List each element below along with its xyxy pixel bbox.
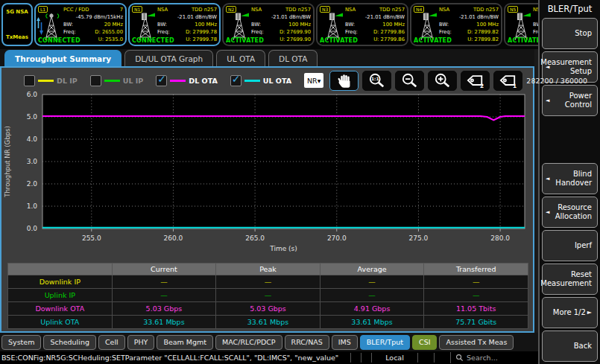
legend-label: DL IP	[57, 77, 78, 85]
svg-text:0.0: 0.0	[27, 225, 38, 232]
cell-freq-dl: Freq:D: 27699.90	[251, 28, 311, 36]
pan-hand-button[interactable]	[329, 71, 359, 91]
cell-freq-dl: Freq:D: 27799.86	[345, 28, 405, 36]
cell-status-L1[interactable]: L1PCC / FDD7-45.79 dBm/15kHzBW:20 MHzFre…	[34, 3, 127, 46]
marker-1-button[interactable]: 1	[493, 71, 522, 91]
softkey-spacer	[542, 118, 598, 163]
local-remote-indicator: Local	[371, 353, 417, 363]
legend-toggle-ul-ota[interactable]: ✓UL OTA	[230, 75, 291, 86]
bottom-tab-cell[interactable]: Cell	[98, 335, 125, 350]
zoom-out-button[interactable]	[395, 71, 424, 91]
mode-label: 5G NSA	[6, 9, 28, 15]
legend-toggle-dl-ota[interactable]: ✓DL OTA	[156, 75, 217, 86]
bottom-tab-csi[interactable]: CSI	[412, 335, 437, 350]
checkbox-checked[interactable]: ✓	[156, 75, 167, 86]
legend-label: UL IP	[123, 77, 144, 85]
cell-power: -21.01 dBm/BW	[251, 13, 311, 21]
softkey-reset-measurement[interactable]: Reset Measurement	[542, 264, 598, 295]
softkey-label: Power Control	[565, 92, 592, 109]
softkey-power-control[interactable]: ◄Power Control	[542, 85, 598, 116]
bottom-tab-bler-tput[interactable]: BLER/Tput	[360, 335, 410, 350]
technology-dropdown-value: NR	[307, 77, 318, 85]
cell-name: NSATDD n257	[345, 6, 405, 13]
checkbox-unchecked[interactable]	[24, 75, 35, 86]
search-input[interactable]: Search...	[450, 352, 538, 363]
bottom-tab-assisted-tx-meas[interactable]: Assisted Tx Meas	[439, 335, 514, 350]
softkey-resource-allocation[interactable]: ◄Resource Allocation	[542, 197, 598, 228]
checkbox-checked[interactable]: ✓	[230, 75, 241, 86]
throughput-table-head: CurrentPeakAverageTransferred	[8, 264, 528, 275]
svg-text:Time (s): Time (s)	[269, 245, 297, 252]
row-value: 33.61 Mbps	[320, 316, 424, 329]
cell-bandwidth: BW:20 MHz	[63, 21, 123, 28]
scpi-command-text: BSE:CONFig:NR5G:SCHeduling:SETParameter …	[0, 354, 350, 362]
softkey-label: More 1/2	[553, 308, 586, 317]
legend-toggle-dl-ip[interactable]: DL IP	[24, 75, 78, 86]
legend-toggle-ul-ip[interactable]: UL IP	[90, 75, 144, 86]
softkey-label: Blind Handover	[555, 170, 592, 188]
softkey-label: Resource Allocation	[555, 203, 592, 221]
bottom-tab-ims[interactable]: IMS	[332, 335, 358, 350]
svg-text:1: 1	[513, 83, 517, 89]
row-value: 75.71 Gbits	[424, 316, 528, 329]
softkey-back[interactable]: Back	[542, 331, 598, 362]
legend-label: DL OTA	[189, 77, 217, 85]
softkey-more-1-2[interactable]: More 1/2►	[542, 297, 598, 328]
table-header-cell	[8, 264, 113, 275]
cell-bandwidth: BW:100 MHz	[157, 21, 217, 28]
legend-line-swatch	[104, 80, 120, 82]
status-bar: BSE:CONFig:NR5G:SCHeduling:SETParameter …	[0, 351, 538, 364]
cell-name: NSATDD n257	[157, 6, 217, 13]
cell-status-strip: 5G NSA TxMeas L1PCC / FDD7-45.79 dBm/15k…	[0, 0, 538, 49]
cell-bandwidth: BW:100 MHz	[439, 21, 499, 28]
softkey-blind-handover[interactable]: ◄Blind Handover	[542, 163, 598, 194]
chevron-down-icon: ▼	[318, 78, 321, 83]
bottom-tab-mac-rlc-pdcp[interactable]: MAC/RLC/PDCP	[215, 335, 282, 350]
tab-ul-ota[interactable]: UL OTA	[216, 50, 265, 66]
cell-status-N4[interactable]: N4NSATDD n257-21.01 dBm/BWBW:100 MHzFreq…	[410, 3, 502, 46]
tab-throughput-summary[interactable]: Throughput Summary	[4, 50, 121, 66]
bottom-tab-phy[interactable]: PHY	[127, 335, 155, 350]
svg-text:275.0: 275.0	[409, 234, 429, 242]
cell-arrows-L1	[37, 16, 43, 39]
cell-bandwidth: BW:100 MHz	[533, 21, 538, 28]
cell-status-N2[interactable]: N2NSATDD n257-21.01 dBm/BWBW:100 MHzFreq…	[222, 3, 315, 46]
cell-connection-status: ACTIVATED	[320, 37, 358, 44]
submenu-arrow-icon: ◄	[546, 208, 549, 217]
technology-dropdown[interactable]: NR ▼	[304, 73, 323, 88]
cell-freq-dl: Freq:D: 27899.82	[439, 28, 499, 36]
svg-text:5.0: 5.0	[27, 113, 38, 121]
softkey-iperf[interactable]: Iperf	[542, 230, 598, 261]
cell-connection-status: CONNECTED	[38, 37, 80, 44]
bottom-tab-system[interactable]: System	[1, 335, 41, 350]
softkey-title: BLER/Tput	[542, 0, 598, 18]
bottom-tab-bar: SystemSchedulingCellPHYBeam MgmtMAC/RLC/…	[0, 333, 538, 351]
row-value: 11.05 Tbits	[424, 302, 528, 316]
bottom-tab-beam-mgmt[interactable]: Beam Mgmt	[157, 335, 213, 350]
bottom-tab-scheduling[interactable]: Scheduling	[43, 335, 96, 350]
zoom-1to1-button[interactable]: 1:1	[362, 71, 391, 91]
cell-power: -45.79 dBm/15kHz	[63, 13, 123, 21]
row-label: Downlink IP	[8, 275, 113, 289]
tab-dl-ota[interactable]: DL OTA	[268, 50, 318, 66]
softkey-sidebar: BLER/Tput Stop◄Measurement Setup◄Power C…	[538, 0, 600, 364]
checkbox-unchecked[interactable]	[90, 75, 101, 86]
softkey-stop[interactable]: Stop	[542, 18, 598, 49]
cell-status-N5[interactable]: N5NSATDD n257-21.01 dBm/BWBW:100 MHzFreq…	[504, 3, 538, 46]
svg-text:280.0: 280.0	[490, 234, 510, 242]
legend-line-swatch	[170, 80, 186, 82]
table-header-row: CurrentPeakAverageTransferred	[8, 264, 528, 275]
zoom-in-button[interactable]	[428, 71, 457, 91]
bottom-tab-rrc-nas[interactable]: RRC/NAS	[285, 335, 329, 350]
row-value: 33.61 Mbps	[216, 316, 320, 329]
cell-status-N1[interactable]: N1NSATDD n257-21.01 dBm/BWBW:100 MHzFreq…	[128, 3, 221, 46]
row-value: 33.61 Mbps	[112, 316, 216, 329]
row-value: —	[424, 275, 528, 289]
throughput-summary-panel: DL IPUL IP✓DL OTA✓UL OTA NR ▼ 1:12128220…	[0, 66, 534, 333]
marker-2-button[interactable]: 2	[461, 71, 490, 91]
cell-status-N3[interactable]: N3NSATDD n257-21.01 dBm/BWBW:100 MHzFreq…	[316, 3, 408, 46]
cell-name: NSATDD n257	[251, 6, 311, 13]
tab-dl-ul-ota-graph[interactable]: DL/UL OTA Graph	[124, 50, 213, 66]
cell-power: -21.01 dBm/BW	[157, 13, 217, 21]
cell-name: NSATDD n257	[439, 6, 499, 13]
